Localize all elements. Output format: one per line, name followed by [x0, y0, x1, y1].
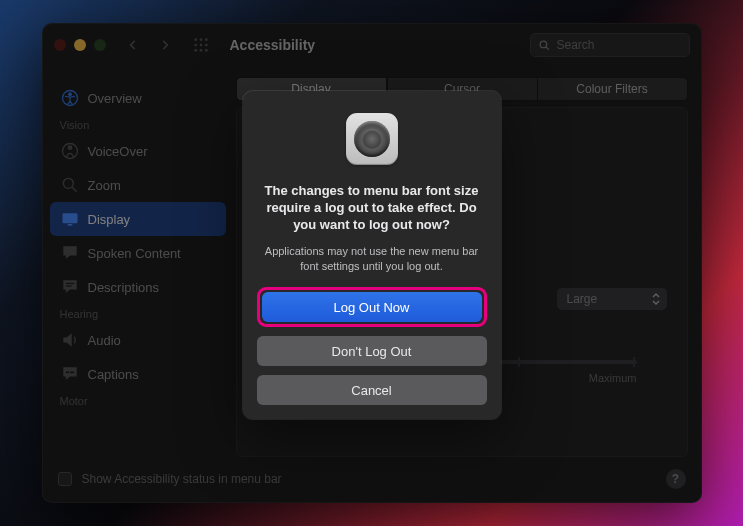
- dialog-message: The changes to menu bar font size requir…: [257, 183, 487, 234]
- preferences-window: Accessibility Overview Vision VoiceOver: [42, 23, 702, 503]
- dialog-subtext: Applications may not use the new menu ba…: [257, 244, 487, 274]
- cancel-button[interactable]: Cancel: [257, 375, 487, 405]
- dont-log-out-button[interactable]: Don't Log Out: [257, 336, 487, 366]
- logout-dialog: The changes to menu bar font size requir…: [243, 91, 501, 419]
- log-out-now-button[interactable]: Log Out Now: [262, 292, 482, 322]
- highlight-ring: Log Out Now: [257, 287, 487, 327]
- system-preferences-icon: [346, 113, 398, 165]
